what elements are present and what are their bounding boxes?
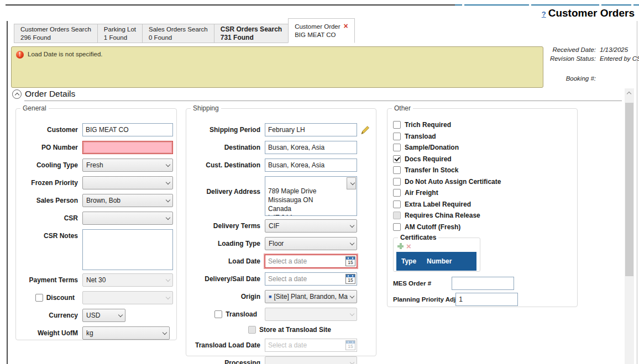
add-certificate-icon[interactable] [397,243,404,249]
checkbox-row-transfer-in-stock: Transfer In Stock [393,166,572,174]
cooling-type-select[interactable]: Fresh [82,159,173,172]
delivery-address-box[interactable]: 789 Maple Drive Missisauga ON Canada L4T… [265,176,357,216]
chevron-down-icon [350,241,354,246]
transload-checkbox[interactable] [214,310,222,318]
destination-input[interactable] [265,141,357,154]
cust-destination-input[interactable] [265,159,357,172]
transfer-in-stock-checkbox[interactable] [393,166,401,174]
transload-select[interactable] [265,308,357,321]
po-number-label: PO Number [19,141,78,154]
trich-required-checkbox[interactable] [393,121,401,129]
other-group-title: Other [392,104,413,112]
discount-checkbox[interactable] [35,294,43,302]
delivery-sail-date-picker[interactable]: Select a date 15 [265,272,357,286]
csr-notes-textarea[interactable] [82,229,173,270]
extra-label-required-checkbox[interactable] [393,201,401,208]
calendar-icon[interactable]: 15 [345,274,355,284]
scroll-up-button[interactable] [625,88,634,98]
csr-label: CSR [19,212,78,225]
customer-input[interactable] [82,123,173,136]
vertical-scrollbar[interactable] [625,88,634,364]
delete-certificate-icon[interactable]: × [406,243,411,249]
sales-person-value: Brown, Bob [86,197,164,204]
certificates-type-column-header: Type [401,257,427,265]
collapse-section-icon[interactable] [12,89,22,99]
delivery-terms-select[interactable]: CIF [265,219,357,233]
do-not-auto-assign-certificate-checkbox[interactable] [393,178,401,186]
calendar-icon: 15 [345,340,355,350]
planning-priority-adj-input[interactable] [455,293,518,306]
frozen-priority-label: Frozen Priority [19,176,78,189]
sales-person-label: Sales Person [19,194,78,207]
transload-load-date-placeholder: Select a date [268,341,345,349]
destination-row: Destination [191,141,370,154]
checkbox-row-am-cutoff: AM Cutoff (Fresh) [393,223,572,231]
weight-uofm-select[interactable]: kg [82,326,170,340]
loading-type-label: Loading Type [191,237,260,250]
close-icon[interactable]: × [344,22,348,30]
sales-person-select[interactable]: Brown, Bob [82,194,173,207]
sample-donation-checkbox[interactable] [393,144,401,151]
other-transload-checkbox[interactable] [393,133,401,140]
certificates-groupbox: Certificates × Type Number [393,238,480,272]
am-cutoff-fresh-checkbox[interactable] [393,223,401,231]
revision-status-value: Entered by CSR [600,55,639,62]
air-freight-checkbox[interactable] [393,189,401,197]
help-icon[interactable]: ? [542,10,546,18]
scrollbar-thumb[interactable] [625,103,633,276]
tab-customer-orders-search[interactable]: Customer Orders Search 296 Found [14,24,98,43]
transload-load-date-picker[interactable]: Select a date 15 [265,339,357,352]
delivery-sail-date-row: Delivery/Sail Date Select a date 15 [191,272,370,286]
mes-order-input[interactable] [452,277,514,290]
discount-row: Discount [19,291,173,304]
calendar-icon[interactable]: 15 [345,256,355,266]
payment-terms-select[interactable]: Net 30 [82,273,173,287]
currency-select[interactable]: USD [82,309,125,322]
discount-select[interactable] [82,291,173,304]
po-number-input[interactable] [82,141,173,154]
section-divider [24,101,622,101]
discount-label: Discount [46,291,75,304]
processing-select[interactable] [265,356,357,364]
origin-select[interactable]: ■ [Site] Plant, Brandon, Manitoba, [265,290,357,303]
delivery-address-label: Delivery Address [191,176,260,196]
tab-customer-order[interactable]: Customer Order× BIG MEAT CO [288,18,355,43]
requires-china-release-checkbox[interactable] [393,212,401,219]
csr-row: CSR [19,212,173,225]
store-at-transload-checkbox[interactable] [248,326,256,334]
delivery-terms-value: CIF [269,222,348,230]
chevron-down-icon [350,181,355,186]
csr-notes-label: CSR Notes [19,229,78,242]
sample-donation-label: Sample/Donation [405,144,459,151]
checkbox-row-transload: Transload [393,133,572,140]
cooling-type-value: Fresh [86,161,164,169]
tab-parking-lot[interactable]: Parking Lot 1 Found [97,24,143,43]
chevron-down-icon [166,278,170,282]
docs-required-checkbox[interactable] [393,155,401,163]
transload-load-date-row: Transload Load Date Select a date 15 [191,339,370,352]
weight-uofm-label: Weight UofM [19,326,78,340]
loading-type-select[interactable]: Floor [265,237,357,250]
booking-number-label: Booking #: [548,75,596,82]
tab-csr-orders-search[interactable]: CSR Orders Search 731 Found [214,24,289,43]
am-cutoff-fresh-label: AM Cutoff (Fresh) [405,223,460,231]
load-date-row: Load Date Select a date 15 [191,255,370,268]
shipping-period-input[interactable] [265,123,357,136]
processing-label: Processing [191,356,260,364]
tab-sales-orders-search[interactable]: Sales Orders Search 0 Found [142,24,214,43]
transload-load-date-label: Transload Load Date [191,339,260,352]
delivery-terms-label: Delivery Terms [191,219,260,233]
certificates-group-title: Certificates [398,234,438,241]
shipping-groupbox: Shipping Shipping Period Destination Cus… [186,108,376,356]
cooling-type-label: Cooling Type [19,159,78,172]
delivery-address-dropdown-button[interactable] [347,177,356,189]
frozen-priority-select[interactable] [82,176,173,189]
frozen-priority-row: Frozen Priority [19,176,173,189]
delivery-address-text: 789 Maple Drive Missisauga ON Canada L4T… [268,187,316,216]
transload-row: Transload [191,308,370,321]
cooling-type-row: Cooling Type Fresh [19,159,173,172]
docs-required-label: Docs Required [405,155,452,163]
load-date-picker[interactable]: Select a date 15 [265,255,357,268]
csr-select[interactable] [82,212,173,225]
edit-pencil-icon[interactable] [360,125,370,135]
